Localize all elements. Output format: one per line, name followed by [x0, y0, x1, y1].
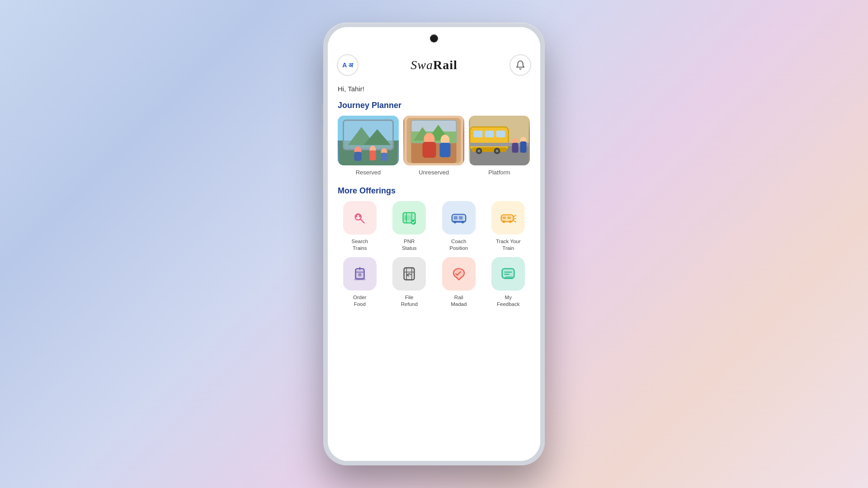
- svg-rect-21: [422, 142, 436, 158]
- coach-position-icon-box: [442, 201, 476, 235]
- offering-coach-position[interactable]: CoachPosition: [437, 201, 481, 252]
- unreserved-illustration: [403, 116, 464, 165]
- svg-point-65: [509, 221, 512, 223]
- bell-icon: [515, 60, 525, 70]
- front-camera: [430, 34, 438, 42]
- app-logo: SwaRail: [410, 58, 457, 72]
- pnr-status-icon: [401, 209, 418, 226]
- file-refund-icon: [401, 265, 418, 282]
- journey-planner-title: Journey Planner: [328, 101, 540, 116]
- track-your-train-icon: [500, 209, 517, 226]
- journey-cards-row: Reserved: [328, 116, 540, 179]
- pnr-status-label: PNRStatus: [402, 238, 417, 252]
- offerings-grid: SearchTrains: [328, 201, 540, 314]
- svg-rect-31: [496, 131, 505, 137]
- svg-rect-50: [405, 215, 408, 220]
- journey-card-reserved[interactable]: Reserved: [338, 116, 399, 176]
- svg-rect-30: [485, 131, 494, 137]
- my-feedback-label: MyFeedback: [497, 294, 520, 308]
- svg-rect-41: [520, 141, 526, 153]
- reserved-scene: [338, 116, 399, 165]
- svg-line-68: [514, 221, 516, 222]
- file-refund-icon-box: [392, 257, 426, 291]
- svg-rect-51: [408, 215, 411, 220]
- journey-card-unreserved[interactable]: Unreserved: [403, 116, 464, 176]
- file-refund-label: FileRefund: [401, 294, 418, 308]
- order-food-icon-box: [343, 257, 377, 291]
- svg-rect-73: [354, 278, 365, 280]
- offering-search-trains[interactable]: SearchTrains: [338, 201, 382, 252]
- svg-rect-55: [453, 216, 458, 220]
- journey-card-platform[interactable]: Platform: [469, 116, 530, 176]
- svg-point-44: [355, 216, 357, 217]
- reserved-illustration: [338, 116, 399, 165]
- reserved-card-image: [338, 116, 399, 165]
- rail-madad-icon-box: [442, 257, 476, 291]
- track-your-train-label: Track YourTrain: [496, 238, 521, 252]
- silent-button: [321, 160, 323, 188]
- reserved-label: Reserved: [356, 169, 381, 176]
- greeting-text: Hi, Tahir!: [328, 83, 540, 101]
- svg-rect-11: [381, 153, 387, 161]
- more-offerings-title: More Offerings: [328, 179, 540, 201]
- svg-rect-62: [503, 216, 506, 219]
- language-toggle-button[interactable]: A अ: [337, 54, 359, 76]
- svg-marker-86: [505, 277, 513, 279]
- svg-rect-56: [459, 216, 463, 220]
- platform-label: Platform: [488, 169, 510, 176]
- svg-point-72: [358, 273, 362, 277]
- svg-point-34: [477, 150, 480, 152]
- notification-button[interactable]: [509, 54, 531, 76]
- svg-rect-39: [512, 143, 518, 153]
- phone-frame: A अ SwaRail Hi, Tahir! Journey Planner: [323, 23, 545, 465]
- volume-up-button: [321, 104, 323, 120]
- rail-madad-label: RailMadad: [451, 294, 467, 308]
- rail-madad-icon: [450, 265, 467, 282]
- search-trains-icon: [351, 209, 368, 226]
- svg-line-43: [360, 219, 364, 223]
- header: A अ SwaRail: [328, 50, 540, 83]
- svg-rect-37: [470, 143, 528, 146]
- offering-order-food[interactable]: OrderFood: [338, 257, 382, 308]
- svg-rect-23: [439, 143, 450, 157]
- unreserved-card-image: [403, 116, 464, 165]
- app-content: A अ SwaRail Hi, Tahir! Journey Planner: [328, 50, 540, 461]
- pnr-status-icon-box: [392, 201, 426, 235]
- my-feedback-icon: [500, 265, 517, 282]
- coach-position-icon: [450, 209, 467, 226]
- offering-pnr-status[interactable]: PNRStatus: [387, 201, 432, 252]
- svg-point-45: [359, 216, 361, 217]
- offering-rail-madad[interactable]: RailMadad: [437, 257, 481, 308]
- coach-position-label: CoachPosition: [449, 238, 468, 252]
- svg-rect-9: [369, 150, 376, 160]
- unreserved-label: Unreserved: [419, 169, 449, 176]
- platform-illustration: [469, 116, 530, 165]
- my-feedback-icon-box: [491, 257, 525, 291]
- offering-my-feedback[interactable]: MyFeedback: [486, 257, 531, 308]
- track-your-train-icon-box: [491, 201, 525, 235]
- offering-track-your-train[interactable]: Track YourTrain: [486, 201, 531, 252]
- svg-rect-7: [354, 152, 361, 161]
- volume-down-button: [321, 127, 323, 154]
- search-trains-label: SearchTrains: [352, 238, 368, 252]
- notch: [328, 27, 540, 50]
- svg-rect-29: [473, 131, 482, 137]
- order-food-icon: [351, 265, 368, 282]
- svg-point-36: [495, 150, 498, 152]
- platform-card-image: [469, 116, 530, 165]
- phone-screen: A अ SwaRail Hi, Tahir! Journey Planner: [328, 27, 540, 461]
- offering-file-refund[interactable]: FileRefund: [387, 257, 432, 308]
- svg-point-64: [503, 221, 505, 223]
- search-trains-icon-box: [343, 201, 377, 235]
- svg-rect-2: [343, 120, 393, 150]
- svg-rect-63: [507, 216, 511, 219]
- order-food-label: OrderFood: [353, 294, 366, 308]
- power-button: [545, 113, 547, 140]
